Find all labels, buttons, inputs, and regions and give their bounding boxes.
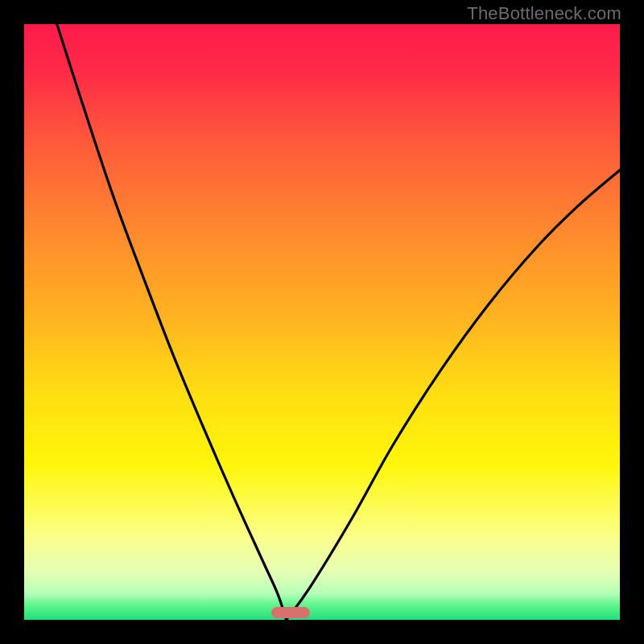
- plot-area: [24, 24, 620, 620]
- watermark-text: TheBottleneck.com: [467, 3, 621, 24]
- optimum-marker: [271, 607, 310, 618]
- curve-right-branch: [287, 170, 620, 620]
- curve-left-branch: [57, 24, 287, 620]
- outer-frame: TheBottleneck.com: [0, 0, 644, 644]
- bottleneck-curve: [24, 24, 620, 620]
